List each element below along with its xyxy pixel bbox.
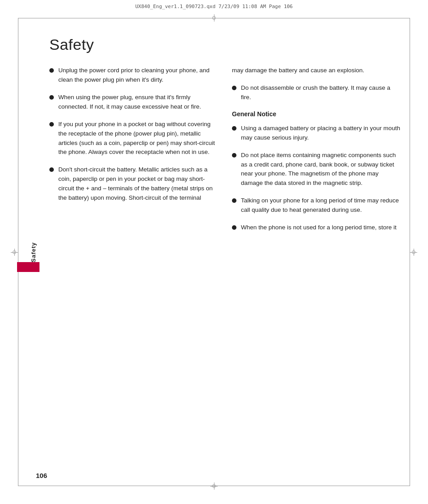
bullet-dot bbox=[49, 68, 54, 73]
main-content: Safety Unplug the power cord prior to cl… bbox=[49, 36, 401, 473]
sidebar-color-block bbox=[17, 262, 39, 272]
list-item: Talking on your phone for a long period … bbox=[232, 196, 401, 215]
border-left bbox=[18, 18, 18, 486]
list-item-text: Don't short-circuit the battery. Metalli… bbox=[58, 165, 218, 203]
reg-mark-top bbox=[210, 14, 218, 22]
list-item-text: When the phone is not used for a long pe… bbox=[241, 223, 397, 232]
bullet-dot bbox=[232, 153, 236, 158]
list-item: If you put your phone in a pocket or bag… bbox=[49, 120, 218, 158]
list-item: Do not place items containing magnetic c… bbox=[232, 151, 401, 188]
reg-mark-left bbox=[11, 249, 18, 256]
list-item-text: When using the power plug, ensure that i… bbox=[58, 93, 218, 112]
list-item-text: Using a damaged battery or placing a bat… bbox=[241, 124, 401, 143]
list-item-text: Do not place items containing magnetic c… bbox=[241, 151, 401, 188]
bullet-dot bbox=[49, 167, 54, 172]
list-item-text: If you put your phone in a pocket or bag… bbox=[58, 120, 218, 158]
bullet-dot bbox=[49, 95, 54, 100]
list-item: When using the power plug, ensure that i… bbox=[49, 93, 218, 112]
continuation-text: may damage the battery and cause an expl… bbox=[232, 66, 401, 75]
bullet-dot bbox=[232, 198, 236, 203]
list-item: Using a damaged battery or placing a bat… bbox=[232, 124, 401, 143]
file-header: UX840_Eng_ver1.1_090723.qxd 7/23/09 11:0… bbox=[135, 4, 293, 9]
bullet-dot bbox=[232, 126, 236, 131]
page-title: Safety bbox=[49, 36, 401, 53]
reg-mark-bottom bbox=[210, 482, 218, 490]
bullet-dot bbox=[232, 86, 236, 90]
reg-mark-right bbox=[410, 249, 417, 256]
sidebar-label: Safety bbox=[30, 242, 37, 262]
general-notice-list: Using a damaged battery or placing a bat… bbox=[232, 124, 401, 232]
left-bullet-list: Unplug the power cord prior to cleaning … bbox=[49, 66, 218, 203]
list-item: Do not disassemble or crush the battery.… bbox=[232, 83, 401, 102]
list-item-text: Do not disassemble or crush the battery.… bbox=[241, 83, 401, 102]
section-heading: General Notice bbox=[232, 110, 401, 118]
list-item: Unplug the power cord prior to cleaning … bbox=[49, 66, 218, 85]
list-item-text: Unplug the power cord prior to cleaning … bbox=[58, 66, 218, 85]
page-number: 106 bbox=[36, 472, 47, 479]
two-column-layout: Unplug the power cord prior to cleaning … bbox=[49, 66, 401, 241]
bullet-dot bbox=[232, 225, 236, 230]
bullet-dot bbox=[49, 122, 54, 127]
list-item: When the phone is not used for a long pe… bbox=[232, 223, 401, 232]
right-top-bullet-list: Do not disassemble or crush the battery.… bbox=[232, 83, 401, 102]
list-item-text: Talking on your phone for a long period … bbox=[241, 196, 401, 215]
right-column: may damage the battery and cause an expl… bbox=[232, 66, 401, 241]
left-column: Unplug the power cord prior to cleaning … bbox=[49, 66, 218, 241]
list-item: Don't short-circuit the battery. Metalli… bbox=[49, 165, 218, 203]
